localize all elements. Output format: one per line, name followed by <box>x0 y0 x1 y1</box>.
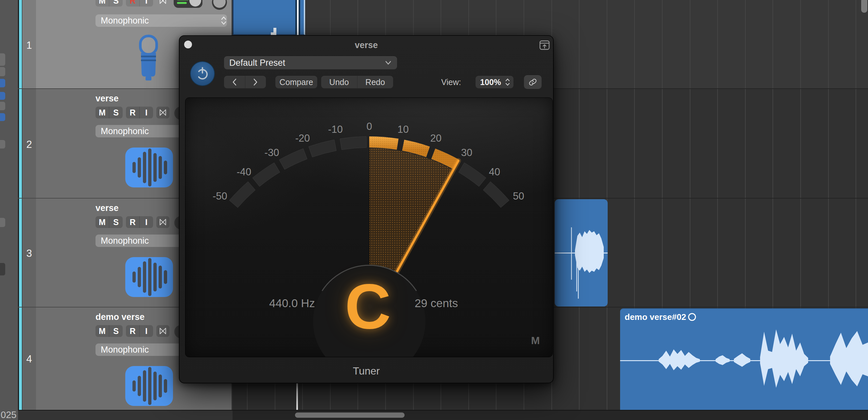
side-chip[interactable] <box>0 67 5 76</box>
playhead-shadow <box>299 0 300 35</box>
preset-value: Default Preset <box>229 58 285 68</box>
power-icon <box>195 66 210 81</box>
redo-label: Redo <box>365 78 385 87</box>
microphone-icon <box>136 35 161 82</box>
fader-knob[interactable] <box>189 0 201 6</box>
track-color-bar <box>19 0 22 410</box>
frequency-readout: 440.0 Hz <box>250 297 335 310</box>
note-readout: C <box>329 265 407 347</box>
side-chip[interactable] <box>0 53 5 66</box>
link-window-icon[interactable] <box>539 39 551 51</box>
horizontal-scrollbar-thumb[interactable] <box>295 413 405 418</box>
record-enable-button[interactable]: R <box>126 0 139 6</box>
audio-region-demo-verse[interactable]: demo verse#02 <box>620 308 868 410</box>
mute-button[interactable]: M <box>95 216 109 228</box>
input-monitor-button[interactable]: I <box>139 325 153 337</box>
waveform <box>555 199 608 306</box>
compare-button[interactable]: Compare <box>275 76 317 88</box>
track-number[interactable]: 4 <box>22 353 36 365</box>
mode-select[interactable]: Monophonic <box>95 14 227 27</box>
svg-text:20: 20 <box>430 132 441 144</box>
freeze-icon[interactable] <box>156 0 169 6</box>
mute-button[interactable]: M <box>95 107 109 118</box>
loop-indicator-icon[interactable] <box>688 313 696 321</box>
solo-button[interactable]: S <box>109 325 123 337</box>
view-label: View: <box>441 76 461 88</box>
audio-region-top[interactable] <box>232 0 305 35</box>
power-button[interactable] <box>190 61 215 86</box>
track-number[interactable]: 1 <box>22 39 36 51</box>
audio-region-middle[interactable] <box>555 199 608 306</box>
track-number[interactable]: 3 <box>22 248 36 260</box>
record-enable-button[interactable]: R <box>126 325 139 337</box>
logic-arrange-window: 025 1 2 3 4 M S R I Monophonic <box>0 0 868 420</box>
input-monitor-button[interactable]: I <box>139 107 153 118</box>
stepper-chevrons-icon[interactable] <box>505 78 510 86</box>
side-chip[interactable] <box>0 218 5 227</box>
freeze-icon[interactable] <box>156 216 169 228</box>
mode-select-value: Monophonic <box>101 345 149 355</box>
pan-knob[interactable] <box>212 0 227 10</box>
mute-button[interactable]: M <box>95 0 109 6</box>
side-chip[interactable] <box>0 263 5 275</box>
track-number[interactable]: 2 <box>22 139 36 150</box>
track-name[interactable]: verse <box>95 94 119 104</box>
link-button[interactable] <box>524 75 541 89</box>
solo-button[interactable]: S <box>109 107 123 118</box>
svg-text:30: 30 <box>461 147 472 158</box>
side-chip[interactable] <box>0 79 5 87</box>
mode-select-value: Monophonic <box>101 236 149 246</box>
playhead[interactable] <box>296 383 298 410</box>
side-chip[interactable] <box>0 102 5 110</box>
region-label: demo verse#02 <box>625 312 686 322</box>
svg-text:-50: -50 <box>213 190 227 202</box>
compare-label: Compare <box>280 78 313 87</box>
chain-link-icon <box>529 78 537 86</box>
view-zoom-stepper[interactable]: 100% <box>475 76 514 88</box>
audio-waveform-icon <box>125 366 173 406</box>
input-monitor-button[interactable]: I <box>139 216 153 228</box>
region-anchor-glyph <box>273 28 276 35</box>
left-edge-panel: 025 <box>0 0 18 420</box>
mute-solo-group[interactable]: M S <box>95 0 123 6</box>
mute-button[interactable]: M <box>95 325 109 337</box>
vertical-scrollbar-thumb[interactable] <box>861 0 868 13</box>
track-fader[interactable] <box>174 0 203 8</box>
input-monitor-button[interactable]: I <box>139 0 153 6</box>
track-name[interactable]: demo verse <box>95 312 145 322</box>
chevron-updown-icon <box>220 16 227 25</box>
svg-text:10: 10 <box>397 124 408 135</box>
view-zoom-value: 100% <box>480 78 501 87</box>
tuner-display: -50-40-30-20-1001020304050 440.0 Hz 29 c… <box>185 97 553 357</box>
side-chip[interactable] <box>0 113 5 121</box>
record-enable-button[interactable]: R <box>126 216 139 228</box>
mode-select-value: Monophonic <box>101 16 149 26</box>
preset-nav-group[interactable] <box>224 76 266 88</box>
svg-text:40: 40 <box>489 166 500 178</box>
bottom-strip <box>18 410 232 420</box>
prev-preset-button[interactable] <box>224 76 245 88</box>
mono-indicator: M <box>526 335 545 347</box>
solo-button[interactable]: S <box>109 0 123 6</box>
redo-button[interactable]: Redo <box>357 76 394 88</box>
solo-button[interactable]: S <box>109 216 123 228</box>
undo-button[interactable]: Undo <box>321 76 357 88</box>
next-preset-button[interactable] <box>245 76 266 88</box>
undo-label: Undo <box>329 78 349 87</box>
svg-text:50: 50 <box>513 190 524 202</box>
mode-select-value: Monophonic <box>101 126 149 137</box>
plugin-name: Tuner <box>353 365 380 377</box>
side-chip[interactable] <box>0 140 5 149</box>
record-enable-button[interactable]: R <box>126 107 139 118</box>
chevron-down-icon <box>384 61 392 65</box>
svg-text:-20: -20 <box>295 132 310 144</box>
freeze-icon[interactable] <box>156 325 169 337</box>
undo-redo-group[interactable]: Undo Redo <box>321 76 393 88</box>
track-name[interactable]: verse <box>95 203 119 213</box>
record-input-group[interactable]: R I <box>126 0 153 6</box>
tuner-plugin-window[interactable]: verse Default Preset <box>179 35 554 383</box>
preset-select[interactable]: Default Preset <box>224 56 397 69</box>
side-chip[interactable] <box>0 92 5 100</box>
freeze-icon[interactable] <box>156 107 169 118</box>
plugin-window-title: verse <box>180 40 553 50</box>
